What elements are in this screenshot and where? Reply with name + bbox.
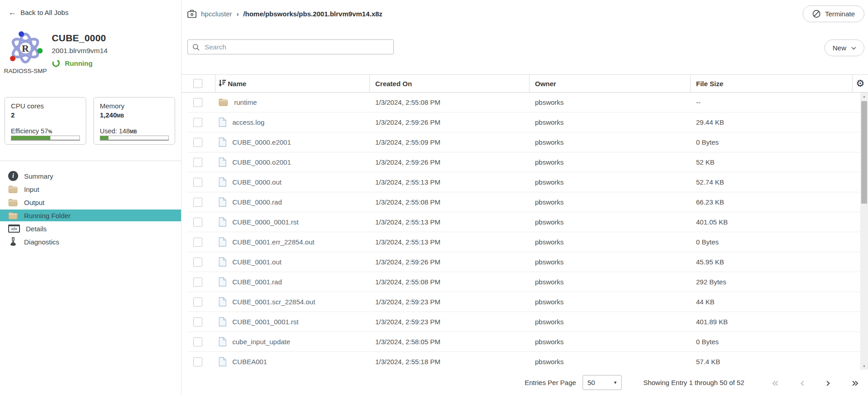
first-page-button[interactable]: « (771, 376, 779, 389)
file-table-body: runtime1/3/2024, 2:55:08 PMpbsworks--acc… (181, 93, 868, 370)
table-header: Name Created On Owner File Size ⚙ (181, 74, 868, 93)
new-button[interactable]: New (824, 39, 864, 56)
cpu-cores-card: CPU cores 2 Efficiency 57% (5, 97, 86, 145)
file-name-cell[interactable]: CUBE_0001.scr_22854.out (216, 297, 370, 307)
previous-page-button[interactable]: ‹ (800, 376, 805, 389)
created-on-cell: 1/3/2024, 2:55:13 PM (370, 178, 530, 186)
table-row[interactable]: access.log1/3/2024, 2:59:26 PMpbsworks29… (187, 112, 868, 132)
owner-cell: pbsworks (530, 338, 691, 346)
radioss-atom-icon: R (7, 30, 44, 66)
created-on-cell: 1/3/2024, 2:59:26 PM (370, 118, 530, 126)
file-name-cell[interactable]: CUBE_0000.e2001 (216, 137, 370, 147)
breadcrumb-separator: › (236, 10, 239, 18)
row-checkbox-cell (187, 118, 216, 127)
table-row[interactable]: cube_input_update1/3/2024, 2:58:05 PMpbs… (187, 332, 868, 352)
row-checkbox[interactable] (193, 278, 202, 287)
file-name-cell[interactable]: CUBE_0000_0001.rst (216, 217, 370, 227)
table-row[interactable]: CUBE_0001.err_22854.out1/3/2024, 2:55:13… (187, 232, 868, 252)
back-to-all-jobs-link[interactable]: ← Back to All Jobs (0, 8, 181, 16)
file-name-cell[interactable]: access.log (216, 117, 370, 127)
table-row[interactable]: CUBE_0000_0001.rst1/3/2024, 2:55:13 PMpb… (187, 212, 868, 232)
row-checkbox-cell (187, 337, 216, 346)
sidebar-item-input[interactable]: Input (0, 183, 181, 195)
column-header-file-size[interactable]: File Size (691, 75, 853, 92)
memory-metric-text: Used: 148 (100, 127, 130, 135)
table-row[interactable]: CUBE_0000.out1/3/2024, 2:55:13 PMpbswork… (187, 172, 868, 192)
terminate-label: Terminate (825, 10, 855, 18)
row-checkbox[interactable] (193, 198, 202, 207)
select-all-checkbox[interactable] (193, 79, 202, 88)
scrollbar-thumb[interactable] (861, 101, 867, 204)
sidebar-item-running-folder[interactable]: Running Folder (0, 210, 181, 221)
column-settings-button[interactable]: ⚙ (853, 75, 868, 92)
file-size-cell: 45.95 KB (691, 258, 853, 266)
owner-cell: pbsworks (530, 318, 691, 326)
sidebar-item-diagnostics[interactable]: Diagnostics (0, 236, 181, 248)
sidebar-divider (0, 161, 181, 161)
column-header-name[interactable]: Name (216, 75, 370, 92)
sidebar-nav: iSummaryInputOutputRunning Folder</>Deta… (0, 170, 181, 248)
table-row[interactable]: CUBE_0001.scr_22854.out1/3/2024, 2:59:23… (187, 292, 868, 312)
row-checkbox[interactable] (193, 158, 202, 167)
created-on-cell: 1/3/2024, 2:55:08 PM (370, 278, 530, 286)
row-checkbox[interactable] (193, 317, 202, 327)
file-name-cell[interactable]: CUBE_0001_0001.rst (216, 317, 370, 327)
file-name-cell[interactable]: CUBE_0001.rad (216, 277, 370, 287)
file-name-cell[interactable]: CUBEA001 (216, 357, 370, 366)
row-checkbox[interactable] (193, 337, 202, 346)
column-header-created-on[interactable]: Created On (370, 75, 530, 92)
entries-per-page-label: Entries Per Page (525, 379, 576, 386)
last-page-button[interactable]: » (851, 376, 859, 389)
row-checkbox[interactable] (193, 218, 202, 227)
table-row[interactable]: CUBEA0011/3/2024, 2:55:18 PMpbsworks57.4… (187, 352, 868, 370)
next-page-button[interactable]: › (826, 376, 831, 389)
scroll-down-button[interactable]: ▼ (860, 362, 868, 370)
table-row[interactable]: CUBE_0001.out1/3/2024, 2:59:26 PMpbswork… (187, 252, 868, 272)
table-row[interactable]: CUBE_0000.o20011/3/2024, 2:59:26 PMpbswo… (187, 152, 868, 172)
row-checkbox[interactable] (193, 258, 202, 267)
file-name-cell[interactable]: CUBE_0001.err_22854.out (216, 237, 370, 247)
row-checkbox[interactable] (193, 138, 202, 147)
file-name-cell[interactable]: CUBE_0000.rad (216, 197, 370, 207)
column-header-owner[interactable]: Owner (530, 75, 691, 92)
column-label-owner: Owner (535, 80, 556, 88)
search-input[interactable] (204, 43, 389, 51)
created-on-cell: 1/3/2024, 2:59:23 PM (370, 298, 530, 306)
job-name: CUBE_0000 (52, 33, 108, 44)
table-row[interactable]: CUBE_0001.rad1/3/2024, 2:55:08 PMpbswork… (187, 272, 868, 292)
table-row[interactable]: runtime1/3/2024, 2:55:08 PMpbsworks-- (187, 93, 868, 112)
file-icon (219, 157, 226, 167)
file-size-cell: 57.4 KB (691, 358, 853, 366)
table-row[interactable]: CUBE_0001_0001.rst1/3/2024, 2:59:23 PMpb… (187, 312, 868, 332)
no-entry-icon (812, 10, 821, 18)
file-name-cell[interactable]: runtime (216, 98, 370, 106)
scroll-up-button[interactable]: ▲ (860, 93, 868, 100)
terminate-button[interactable]: Terminate (803, 5, 864, 22)
row-checkbox[interactable] (193, 357, 202, 366)
file-name-cell[interactable]: CUBE_0000.o2001 (216, 157, 370, 167)
created-on-cell: 1/3/2024, 2:55:18 PM (370, 358, 530, 366)
file-icon (219, 277, 226, 287)
owner-cell: pbsworks (530, 218, 691, 226)
sidebar-item-output[interactable]: Output (0, 196, 181, 208)
folder-icon (8, 212, 18, 219)
breadcrumb-cluster-link[interactable]: hpccluster (201, 10, 232, 18)
row-checkbox[interactable] (193, 238, 202, 247)
file-name-cell[interactable]: CUBE_0000.out (216, 177, 370, 187)
table-row[interactable]: CUBE_0000.e20011/3/2024, 2:55:09 PMpbswo… (187, 132, 868, 152)
row-checkbox[interactable] (193, 98, 202, 107)
sidebar-item-summary[interactable]: iSummary (0, 170, 181, 182)
row-checkbox[interactable] (193, 178, 202, 187)
file-name-cell[interactable]: CUBE_0001.out (216, 257, 370, 267)
row-checkbox[interactable] (193, 118, 202, 127)
file-size-cell: 292 Bytes (691, 278, 853, 286)
file-name-cell[interactable]: cube_input_update (216, 337, 370, 346)
owner-cell: pbsworks (530, 238, 691, 246)
file-name: CUBE_0001.scr_22854.out (232, 298, 315, 306)
sidebar-item-details[interactable]: </>Details (0, 223, 181, 234)
entries-per-page-select[interactable]: 50 ▾ (583, 375, 622, 390)
row-checkbox[interactable] (193, 297, 202, 307)
toolbar: New (181, 22, 868, 56)
table-row[interactable]: CUBE_0000.rad1/3/2024, 2:55:08 PMpbswork… (187, 192, 868, 212)
row-checkbox-cell (187, 258, 216, 267)
